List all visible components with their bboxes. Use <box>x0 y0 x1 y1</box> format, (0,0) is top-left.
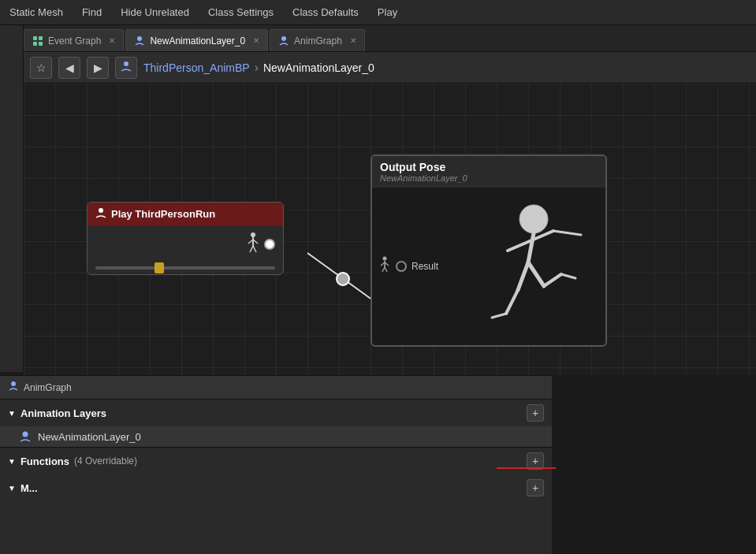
tab-event-graph-close[interactable]: ✕ <box>109 36 115 45</box>
svg-point-16 <box>383 257 387 261</box>
bottom-panel-header: AnimGraph <box>0 376 552 400</box>
layer-item-name: NewAnimationLayer_0 <box>38 431 141 443</box>
breadcrumb-separator: › <box>255 61 259 75</box>
node-person-icon <box>95 207 106 221</box>
menu-class-settings[interactable]: Class Settings <box>205 5 277 20</box>
star-button[interactable]: ☆ <box>30 57 52 79</box>
svg-point-5 <box>281 36 286 41</box>
svg-point-8 <box>251 232 255 237</box>
red-accent-line <box>497 467 556 469</box>
svg-line-12 <box>250 246 253 252</box>
svg-line-21 <box>385 267 387 272</box>
star-icon: ☆ <box>36 61 47 74</box>
canvas-area[interactable]: Play ThirdPersonRun <box>24 84 756 375</box>
result-pin-area: Result <box>378 256 438 277</box>
result-pin-dot[interactable] <box>396 261 407 272</box>
menu-static-mesh[interactable]: Static Mesh <box>6 5 66 20</box>
svg-line-28 <box>506 290 518 314</box>
functions-count: (4 Overridable) <box>74 455 137 467</box>
more-section[interactable]: ▼ M... + <box>0 474 552 501</box>
svg-point-34 <box>23 432 28 437</box>
functions-title: Functions <box>20 455 69 467</box>
anim-graph-icon <box>278 35 289 46</box>
node-play-header: Play ThirdPersonRun <box>88 203 283 225</box>
breadcrumb-bar: ☆ ◀ ▶ ThirdPerson_AnimBP › NewAnimationL… <box>24 52 756 84</box>
more-arrow: ▼ <box>8 484 16 493</box>
node-output-subtitle: NewAnimationLayer_0 <box>380 173 598 183</box>
svg-rect-3 <box>39 42 43 46</box>
svg-rect-1 <box>39 36 43 40</box>
more-title: M... <box>20 482 522 494</box>
bottom-panel-title: AnimGraph <box>24 382 72 393</box>
node-timeline[interactable] <box>95 266 275 270</box>
event-graph-icon <box>32 35 43 46</box>
node-output-pose[interactable]: Output Pose NewAnimationLayer_0 <box>371 154 607 347</box>
result-label: Result <box>412 261 438 272</box>
result-person-icon <box>378 256 391 277</box>
forward-button[interactable]: ▶ <box>87 57 109 79</box>
menu-play[interactable]: Play <box>374 5 400 20</box>
animation-layers-section: ▼ Animation Layers + NewAnimationLayer_0 <box>0 400 552 448</box>
svg-point-22 <box>520 205 548 233</box>
new-anim-layer-icon <box>134 35 145 46</box>
forward-icon: ▶ <box>94 61 102 74</box>
node-play-body <box>88 225 283 263</box>
node-output-header: Output Pose NewAnimationLayer_0 <box>372 156 605 188</box>
svg-point-7 <box>99 208 103 213</box>
node-play-footer <box>88 263 283 274</box>
svg-line-27 <box>518 262 528 290</box>
tab-anim-graph[interactable]: AnimGraph ✕ <box>270 29 365 51</box>
svg-line-26 <box>508 241 530 251</box>
svg-rect-2 <box>33 42 37 46</box>
back-button[interactable]: ◀ <box>58 57 80 79</box>
svg-line-25 <box>553 231 581 235</box>
breadcrumb-parent[interactable]: ThirdPerson_AnimBP <box>143 61 250 74</box>
svg-point-6 <box>124 61 128 66</box>
menu-hide-unrelated[interactable]: Hide Unrelated <box>117 5 192 20</box>
functions-arrow: ▼ <box>8 457 16 466</box>
tab-bar: Event Graph ✕ NewAnimationLayer_0 ✕ Anim… <box>24 25 756 52</box>
tab-new-animation-layer[interactable]: NewAnimationLayer_0 ✕ <box>125 29 268 51</box>
menu-find[interactable]: Find <box>79 5 105 20</box>
result-pin[interactable]: Result <box>378 256 438 277</box>
menu-class-defaults[interactable]: Class Defaults <box>289 5 362 20</box>
animation-layers-add[interactable]: + <box>527 404 544 422</box>
node-play-output-pin[interactable] <box>264 239 275 250</box>
tab-anim-graph-close[interactable]: ✕ <box>350 36 356 45</box>
svg-line-31 <box>561 274 575 278</box>
tab-new-animation-layer-label: NewAnimationLayer_0 <box>150 35 245 46</box>
more-add[interactable]: + <box>527 479 544 496</box>
svg-line-29 <box>528 262 544 286</box>
animation-layers-arrow: ▼ <box>8 409 16 418</box>
svg-point-33 <box>11 381 16 386</box>
home-button[interactable] <box>115 57 137 79</box>
back-icon: ◀ <box>65 61 74 74</box>
node-output-title: Output Pose <box>380 161 598 173</box>
svg-line-32 <box>492 314 506 318</box>
left-sidebar-strip <box>0 25 24 372</box>
svg-point-4 <box>137 36 142 41</box>
breadcrumb-current: NewAnimationLayer_0 <box>263 61 374 74</box>
svg-line-13 <box>253 246 256 252</box>
node-timeline-thumb[interactable] <box>155 262 164 273</box>
character-preview <box>445 195 599 337</box>
tab-new-animation-layer-close[interactable]: ✕ <box>253 36 259 45</box>
svg-line-30 <box>544 274 561 286</box>
bottom-panel: AnimGraph ▼ Animation Layers + NewAnimat… <box>0 375 552 554</box>
person-icon <box>120 60 132 75</box>
tab-anim-graph-label: AnimGraph <box>294 35 342 46</box>
tab-event-graph-label: Event Graph <box>48 35 101 46</box>
node-play-thirdpersonrun[interactable]: Play ThirdPersonRun <box>87 202 284 275</box>
animation-layers-header[interactable]: ▼ Animation Layers + <box>0 400 552 426</box>
bottom-panel-icon <box>8 381 19 395</box>
layer-item-new-animation-layer[interactable]: NewAnimationLayer_0 <box>0 426 552 447</box>
svg-rect-0 <box>33 36 37 40</box>
svg-point-15 <box>337 273 349 285</box>
functions-section[interactable]: ▼ Functions (4 Overridable) + <box>0 448 552 474</box>
animation-layers-title: Animation Layers <box>20 407 522 419</box>
breadcrumb: ThirdPerson_AnimBP › NewAnimationLayer_0 <box>143 61 374 75</box>
tab-event-graph[interactable]: Event Graph ✕ <box>24 29 124 51</box>
svg-line-23 <box>528 233 534 262</box>
node-person-preview <box>245 232 261 257</box>
node-play-title: Play ThirdPersonRun <box>111 208 215 220</box>
